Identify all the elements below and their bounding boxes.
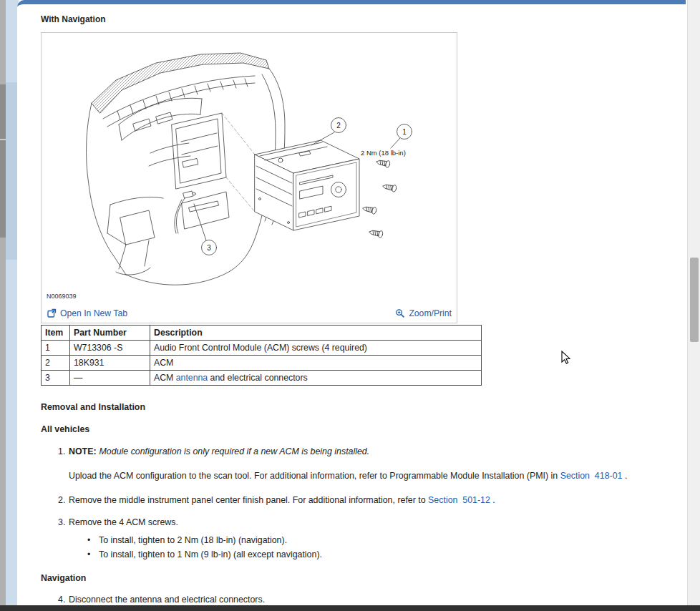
step-number: 4. [58,594,69,606]
step-1-note: NOTE:Module configuration is only requir… [69,446,656,458]
left-scrollbar-rail[interactable] [0,0,6,611]
figure-canvas: 2 1 3 2 Nm (18 lb-in) N0069039 [42,33,457,303]
cell-part-number: 18K931 [70,356,150,371]
col-header-part-number: Part Number [70,326,150,341]
step-number: 1. [58,446,69,484]
step-2: 2. Remove the middle instrument panel ce… [41,494,656,507]
taskbar-edge [0,605,700,611]
step-1-paragraph: Upload the ACM configuration to the scan… [69,469,656,484]
cell-item: 2 [42,356,70,371]
description-suffix: and electrical connectors [208,373,307,383]
figure-footer: Open In New Tab Zoom/Print [42,303,457,323]
step-3-text: Remove the 4 ACM screws. [69,517,178,527]
bullet-text: To install, tighten to 2 Nm (18 lb-in) (… [99,533,287,547]
table-row: 3 — ACM antenna and electrical connector… [42,371,482,386]
figure-box: 2 1 3 2 Nm (18 lb-in) N0069039 Open In N… [41,32,457,323]
bullet-item: To install, tighten to 2 Nm (18 lb-in) (… [69,533,656,547]
cell-item: 3 [42,371,70,386]
open-in-new-tab-link[interactable]: Open In New Tab [47,308,127,318]
step-number: 2. [58,494,69,507]
step-1-paragraph-text: Upload the ACM configuration to the scan… [69,471,558,481]
note-label: NOTE: [69,446,97,456]
step-3: 3. Remove the 4 ACM screws. To install, … [41,517,656,562]
step-1: 1. NOTE:Module configuration is only req… [41,446,656,484]
after-link-text: . [622,471,627,481]
section-418-01-link[interactable]: Section 418-01 [560,471,623,481]
step-4: 4. Disconnect the antenna and electrical… [41,594,656,606]
zoom-magnifier-icon [395,308,405,318]
cell-part-number: W713306 -S [70,341,150,356]
step-number: 3. [58,517,69,562]
callout-2-label: 2 [336,122,341,129]
table-row: 2 18K931 ACM [42,356,482,371]
col-header-description: Description [150,326,482,341]
step-body: Remove the middle instrument panel cente… [69,494,656,507]
step-body: NOTE:Module configuration is only requir… [69,446,656,484]
after-link-text: . [490,495,495,505]
cell-item: 1 [42,341,70,356]
cell-description: Audio Front Control Module (ACM) screws … [150,341,482,356]
section-501-12-link[interactable]: Section 501-12 [428,495,490,505]
vertical-scrollbar[interactable] [687,0,700,605]
heading-all-vehicles: All vehicles [41,424,686,435]
open-in-new-tab-label: Open In New Tab [60,308,127,318]
callout-3-label: 3 [207,244,211,252]
content-panel: With Navigation [17,0,686,605]
note-text: Module configuration is only required if… [99,446,370,456]
acm-exploded-diagram: 2 1 3 2 Nm (18 lb-in) [42,33,457,303]
section-title: With Navigation [41,14,686,25]
zoom-print-label: Zoom/Print [409,308,452,318]
antenna-link[interactable]: antenna [176,373,208,383]
heading-navigation: Navigation [41,573,686,584]
bullet-item: To install, tighten to 1 Nm (9 lb-in) (a… [69,547,656,562]
open-in-new-tab-icon [47,308,57,318]
col-header-item: Item [42,326,70,341]
step-2-text: Remove the middle instrument panel cente… [69,495,428,505]
mouse-cursor [561,351,571,365]
cell-description: ACM [150,356,482,371]
description-prefix: ACM [154,373,176,383]
bullet-text: To install, tighten to 1 Nm (9 lb-in) (a… [99,547,322,562]
step-body: Disconnect the antenna and electrical co… [69,594,656,606]
left-rail-segment[interactable] [0,84,6,139]
parts-table-header-row: Item Part Number Description [42,326,482,341]
torque-label: 2 Nm (18 lb-in) [361,149,406,157]
parts-table: Item Part Number Description 1 W713306 -… [41,325,482,386]
cell-description: ACM antenna and electrical connectors [150,371,482,386]
callout-1-label: 1 [402,128,407,136]
scrollbar-thumb[interactable] [690,258,699,342]
heading-removal-and-installation: Removal and Installation [41,402,686,413]
figure-id-label: N0069039 [47,293,77,300]
step-4-text: Disconnect the antenna and electrical co… [69,595,265,605]
step-body: Remove the 4 ACM screws. To install, tig… [69,517,656,562]
service-manual-page: With Navigation [0,0,700,611]
table-row: 1 W713306 -S Audio Front Control Module … [42,341,482,356]
cell-part-number: — [70,371,150,386]
step-3-bullets: To install, tighten to 2 Nm (18 lb-in) (… [69,533,656,562]
zoom-print-link[interactable]: Zoom/Print [395,308,452,318]
left-rail-segment[interactable] [0,140,6,238]
